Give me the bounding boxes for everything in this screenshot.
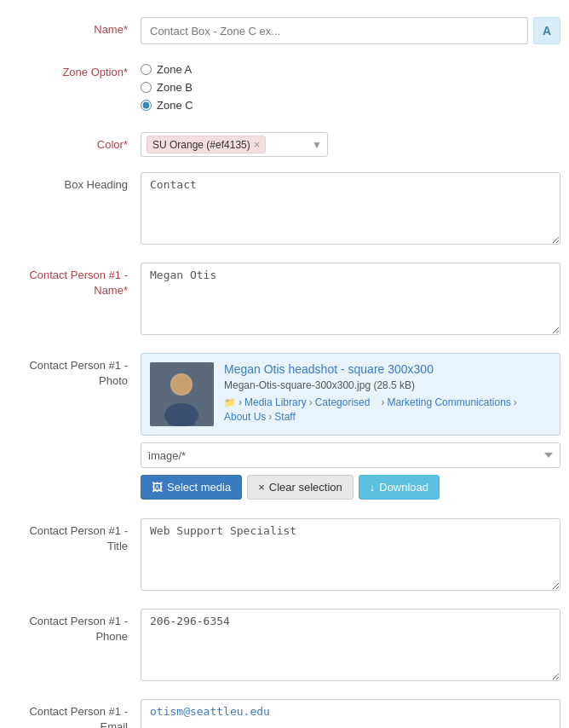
download-button[interactable]: ↓ Download: [359, 475, 440, 500]
contact-person-1-title-label: Contact Person #1 -Title: [9, 518, 141, 554]
zone-b-label: Zone B: [157, 81, 193, 94]
zone-options-wrap: Zone A Zone B Zone C: [141, 60, 560, 117]
contact-person-1-phone-input[interactable]: 206-296-6354: [141, 609, 560, 681]
contact-person-1-email-wrap: otism@seattleu.edu: [141, 699, 560, 728]
media-title: Megan Otis headshot - square 300x300: [224, 362, 551, 376]
zone-a-radio[interactable]: [141, 64, 152, 75]
contact-person-1-phone-row: Contact Person #1 -Phone 206-296-6354: [9, 609, 560, 684]
zone-b-radio[interactable]: [141, 82, 152, 93]
svg-point-4: [172, 375, 191, 394]
clear-selection-button[interactable]: × Clear selection: [247, 475, 353, 500]
select-media-label: Select media: [167, 481, 231, 494]
clear-selection-icon: ×: [258, 481, 265, 494]
zone-option-row: Zone Option* Zone A Zone B Zone C: [9, 60, 560, 117]
contact-person-1-email-input[interactable]: otism@seattleu.edu: [141, 699, 560, 728]
folder-icon: 📁: [224, 397, 236, 408]
zone-a-option[interactable]: Zone A: [141, 63, 560, 76]
contact-person-1-title-input[interactable]: Web Support Specialist: [141, 518, 560, 591]
select-media-icon: 🖼: [152, 481, 163, 494]
zone-radio-group: Zone A Zone B Zone C: [141, 60, 560, 112]
contact-person-1-phone-wrap: 206-296-6354: [141, 609, 560, 684]
box-heading-row: Box Heading Contact: [9, 172, 560, 247]
contact-person-1-photo-label: Contact Person #1 -Photo: [9, 353, 141, 389]
contact-person-1-photo-row: Contact Person #1 -Photo Megan Otis head…: [9, 353, 560, 503]
zone-b-option[interactable]: Zone B: [141, 81, 560, 94]
contact-person-1-email-label: Contact Person #1 -Email: [9, 699, 141, 728]
color-row: Color* SU Orange (#ef4135) × ▼: [9, 132, 560, 157]
media-info: Megan Otis headshot - square 300x300 Meg…: [224, 362, 551, 423]
color-remove-icon[interactable]: ×: [254, 138, 261, 151]
media-type-select[interactable]: image/*: [141, 442, 560, 468]
contact-person-1-photo-wrap: Megan Otis headshot - square 300x300 Meg…: [141, 353, 560, 503]
color-select[interactable]: SU Orange (#ef4135) × ▼: [141, 132, 328, 157]
select-media-button[interactable]: 🖼 Select media: [141, 475, 242, 500]
color-label: Color*: [9, 132, 141, 153]
zone-option-label: Zone Option*: [9, 60, 141, 80]
zone-a-label: Zone A: [157, 63, 192, 76]
name-field-wrap: A: [141, 17, 560, 44]
breadcrumb-staff: Staff: [274, 411, 295, 423]
zone-c-radio[interactable]: [141, 100, 152, 111]
color-tag: SU Orange (#ef4135) ×: [147, 136, 266, 153]
media-preview-box: Megan Otis headshot - square 300x300 Meg…: [141, 353, 560, 436]
contact-person-1-email-row: Contact Person #1 -Email otism@seattleu.…: [9, 699, 560, 728]
breadcrumb-categorised: Categorised: [315, 396, 371, 408]
zone-c-option[interactable]: Zone C: [141, 99, 560, 112]
media-breadcrumb: 📁 › Media Library › Categorised › › Mark…: [224, 396, 551, 423]
color-field-wrap: SU Orange (#ef4135) × ▼: [141, 132, 560, 157]
contact-person-1-name-row: Contact Person #1 -Name* Megan Otis: [9, 263, 560, 338]
breadcrumb-media-library: Media Library: [244, 396, 307, 408]
name-input-group: A: [141, 17, 560, 44]
zone-c-label: Zone C: [157, 99, 193, 112]
name-label: Name*: [9, 17, 141, 38]
color-value: SU Orange (#ef4135): [152, 139, 250, 151]
media-button-group: 🖼 Select media × Clear selection ↓ Downl…: [141, 475, 560, 500]
clear-selection-label: Clear selection: [269, 481, 342, 494]
contact-person-1-phone-label: Contact Person #1 -Phone: [9, 609, 141, 644]
box-heading-field-wrap: Contact: [141, 172, 560, 247]
contact-person-1-name-label: Contact Person #1 -Name*: [9, 263, 141, 298]
media-thumbnail: [150, 362, 214, 426]
breadcrumb-marketing: Marketing Communications: [387, 396, 510, 408]
svg-rect-3: [169, 408, 195, 425]
box-heading-input[interactable]: Contact: [141, 172, 560, 245]
contact-person-1-name-wrap: Megan Otis: [141, 263, 560, 338]
name-input[interactable]: [141, 17, 528, 44]
download-label: Download: [379, 481, 428, 494]
contact-person-1-title-wrap: Web Support Specialist: [141, 518, 560, 593]
color-dropdown-arrow-icon[interactable]: ▼: [312, 139, 322, 151]
name-row: Name* A: [9, 17, 560, 44]
contact-person-1-title-row: Contact Person #1 -Title Web Support Spe…: [9, 518, 560, 593]
name-a-button[interactable]: A: [533, 17, 560, 44]
breadcrumb-about-us: About Us: [224, 411, 266, 423]
download-icon: ↓: [370, 481, 376, 494]
media-filename: Megan-Otis-square-300x300.jpg (28.5 kB): [224, 379, 551, 391]
box-heading-label: Box Heading: [9, 172, 141, 193]
contact-person-1-name-input[interactable]: Megan Otis: [141, 263, 560, 335]
